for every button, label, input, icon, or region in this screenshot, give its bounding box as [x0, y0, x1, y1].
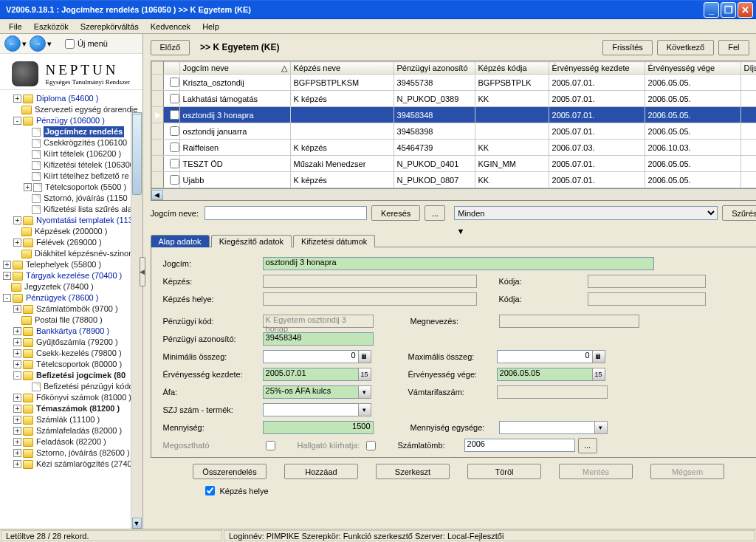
tree-expand-icon[interactable]: + [13, 460, 21, 468]
tab-dates[interactable]: Kifizetési dátumok [293, 235, 375, 247]
tree-item[interactable]: +Kézi számlarögzítés (27400 [1, 459, 142, 470]
hscroll-left-icon[interactable]: ◀ [151, 190, 163, 200]
afa-field[interactable]: 25%-os ÁFA kulcs [263, 385, 359, 399]
erv-vege-field[interactable]: 2006.05.05 [497, 368, 593, 381]
save-button[interactable]: Mentés [559, 464, 633, 479]
tree-expand-icon[interactable]: + [13, 438, 21, 446]
row-checkbox[interactable] [163, 75, 179, 91]
tree-item[interactable]: Szervezeti egység órarendje [1, 104, 142, 115]
tree-item[interactable]: +Számlatömbök (9700 ) [1, 303, 142, 315]
tree-item[interactable]: +Félévek (269000 ) [1, 237, 142, 248]
tree-expand-icon[interactable]: - [13, 371, 21, 380]
tree-item[interactable]: +Tételcsoportok (5500 ) [1, 182, 142, 193]
tree-expand-icon[interactable]: + [13, 394, 21, 402]
menu-help[interactable]: Help [196, 21, 225, 32]
szj-field[interactable] [263, 403, 359, 416]
minimize-button[interactable]: _ [704, 2, 719, 18]
row-checkbox[interactable] [163, 91, 179, 107]
forward-dropdown-icon[interactable]: ▾ [47, 39, 55, 49]
tree-expand-icon[interactable]: + [13, 427, 21, 435]
tree-item[interactable]: +Számlák (11100 ) [1, 414, 142, 425]
filter-button[interactable]: Szűrés [722, 205, 756, 221]
max-calc-icon[interactable]: 🖩 [592, 350, 605, 363]
megoszt-checkbox[interactable] [266, 441, 275, 450]
tree-expand-icon[interactable]: + [3, 261, 11, 269]
tree-item[interactable]: +Tételcsoportok (80000 ) [1, 359, 142, 370]
tree-item[interactable]: Képzések (200000 ) [1, 226, 142, 237]
tree-item[interactable]: Jegyzetek (78400 ) [1, 281, 142, 292]
data-grid[interactable]: Jogcím neve △Képzés nevePénzügyi azonosí… [151, 61, 756, 189]
menu-fav[interactable]: Kedvencek [145, 21, 196, 32]
scroll-down-icon[interactable]: ▼ [132, 518, 142, 529]
tree-expand-icon[interactable]: + [13, 216, 21, 224]
menu-role[interactable]: Szerepkörváltás [75, 21, 145, 32]
hsplitter-icon[interactable]: ▼ [151, 227, 756, 234]
tree-expand-icon[interactable]: + [13, 239, 21, 247]
tree-expand-icon[interactable]: + [13, 416, 21, 424]
grid-checkbox-header[interactable] [163, 62, 179, 75]
up-button[interactable]: Fel [718, 40, 749, 55]
grid-hscroll[interactable]: ◀ ▶ [151, 189, 756, 201]
row-checkbox[interactable] [163, 123, 179, 140]
search-dots-button[interactable]: ... [425, 205, 445, 221]
tree-item[interactable]: Kifizetési lista szűrés alap [1, 204, 142, 215]
table-row[interactable]: ▶osztondij 3 honapra394583482005.07.01.2… [151, 107, 756, 123]
delete-button[interactable]: Töröl [467, 464, 541, 479]
tree-item[interactable]: Kifizetési tételek (106300 [1, 159, 142, 171]
maximize-button[interactable]: ❐ [721, 2, 736, 18]
tree-item[interactable]: +Gyűjtőszámla (79200 ) [1, 337, 142, 348]
tree-expand-icon[interactable]: + [24, 183, 32, 191]
add-button[interactable]: Hozzáad [284, 464, 358, 479]
tree-item[interactable]: +Számlafeladás (82000 ) [1, 425, 142, 436]
prev-button[interactable]: Előző [151, 40, 190, 55]
next-button[interactable]: Következő [657, 40, 714, 55]
tree-item[interactable]: +Sztorno, jóváírás (82600 ) [1, 447, 142, 459]
col-header[interactable]: Képzés neve [290, 62, 394, 75]
search-button[interactable]: Keresés [371, 205, 420, 221]
szamlatomb-browse-button[interactable]: ... [578, 438, 597, 453]
tree-item[interactable]: +Diploma (54600 ) [1, 93, 142, 104]
afa-drop-icon[interactable]: ▾ [358, 385, 371, 399]
table-row[interactable]: RaiffeisenK képzés45464739KK2006.07.03.2… [151, 140, 756, 156]
min-calc-icon[interactable]: 🖩 [358, 350, 371, 363]
tree-item[interactable]: +Tárgyak kezelése (70400 ) [1, 270, 142, 281]
splitter-handle[interactable]: ◀ [140, 257, 145, 287]
tree-expand-icon[interactable]: + [3, 272, 11, 280]
max-field[interactable]: 0 [497, 350, 593, 363]
refresh-button[interactable]: Frissítés [602, 40, 653, 55]
tree-expand-icon[interactable]: + [13, 95, 21, 103]
tree-item[interactable]: Kiírt tételhez befizető re [1, 171, 142, 182]
tree-item[interactable]: Csekkrögzítés (106100 [1, 137, 142, 148]
back-dropdown-icon[interactable]: ▾ [22, 39, 30, 49]
menny-field[interactable]: 1500 [263, 421, 374, 434]
menny-egys-field[interactable] [499, 421, 595, 434]
tree-item[interactable]: +Témaszámok (81200 ) [1, 403, 142, 414]
min-field[interactable]: 0 [263, 350, 359, 363]
tree-item[interactable]: Jogcímhez rendelés [1, 126, 142, 137]
assign-button[interactable]: Összerendelés [193, 464, 267, 479]
new-menu-checkbox[interactable] [65, 39, 75, 49]
tree-expand-icon[interactable]: + [13, 360, 21, 368]
szj-drop-icon[interactable]: ▾ [358, 403, 371, 416]
menny-egys-drop-icon[interactable]: ▾ [594, 421, 608, 434]
tree-item[interactable]: +Feladások (82200 ) [1, 436, 142, 447]
tab-basic[interactable]: Alap adatok [151, 235, 210, 247]
row-checkbox[interactable] [163, 107, 179, 123]
tree-expand-icon[interactable]: - [13, 117, 21, 125]
kepzes-helye-checkbox[interactable] [205, 486, 215, 495]
tree-item[interactable]: +Főkönyvi számok (81000 ) [1, 392, 142, 403]
tree-expand-icon[interactable]: + [13, 305, 21, 313]
erv-kezd-field[interactable]: 2005.07.01 [263, 368, 359, 381]
hallgato-checkbox[interactable] [366, 441, 376, 450]
menu-file[interactable]: File [3, 21, 28, 32]
col-header[interactable]: Díjsz [740, 62, 756, 75]
table-row[interactable]: Lakhatási támogatásK képzésN_PUKOD_0389K… [151, 91, 756, 107]
tree-item[interactable]: +Telephelyek (55800 ) [1, 259, 142, 270]
tree-expand-icon[interactable]: + [13, 327, 21, 335]
tree-expand-icon[interactable]: + [13, 449, 21, 457]
close-button[interactable]: ✕ [738, 2, 753, 18]
tree-expand-icon[interactable]: + [13, 349, 21, 357]
tree-item[interactable]: +Nyomtatási templatek (11300 [1, 215, 142, 226]
tree-expand-icon[interactable]: + [13, 338, 21, 346]
row-checkbox[interactable] [163, 140, 179, 156]
